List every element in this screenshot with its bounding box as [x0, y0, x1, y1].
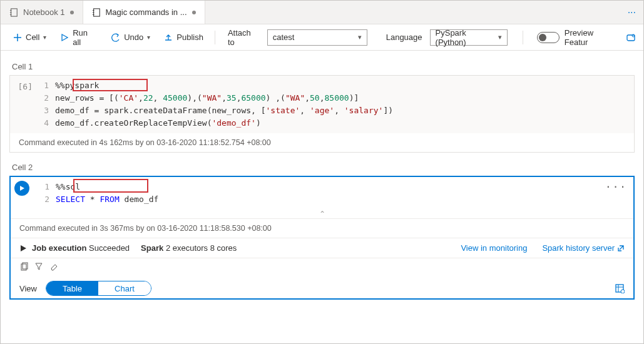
dirty-indicator-icon [70, 11, 74, 14]
feature-icon [626, 33, 636, 43]
cell-1-editor[interactable]: [6] 1234 %%pyspark new_rows = [('CA',22,… [10, 76, 634, 133]
undo-button[interactable]: Undo ▾ [106, 30, 155, 44]
cell-1-status: Command executed in 4s 162ms by on 03-16… [10, 133, 634, 152]
exec-count: [6] [10, 79, 38, 129]
notebook-icon [9, 8, 18, 17]
job-prefix: Job execution [32, 243, 86, 253]
view-table-button[interactable]: Table [46, 281, 98, 295]
tab-label: Magic commands in ... [106, 8, 187, 17]
toolbar: Cell ▾ Run all Undo ▾ Publish Attach to … [1, 24, 643, 51]
language-label: Language [386, 33, 422, 42]
code-lines: %%sql SELECT * FROM demo_df [56, 181, 633, 206]
spark-prefix: Spark [141, 243, 163, 253]
view-monitoring-link[interactable]: View in monitoring [461, 243, 527, 253]
separator [523, 31, 523, 44]
chevron-down-icon: ▾ [358, 33, 362, 41]
plus-icon [13, 33, 22, 42]
filter-icon[interactable] [34, 262, 43, 271]
select-value: catest [273, 33, 295, 42]
code-lines: %%pyspark new_rows = [('CA',22, 45000),(… [55, 79, 634, 129]
preview-toggle[interactable] [537, 32, 560, 43]
attach-to-label: Attach to [228, 28, 260, 47]
publish-icon [164, 33, 173, 42]
play-icon [19, 185, 25, 191]
cell-button[interactable]: Cell ▾ [8, 30, 51, 44]
view-chart-button[interactable]: Chart [98, 281, 151, 295]
chevron-down-icon: ▾ [498, 33, 502, 41]
play-filled-icon[interactable] [19, 245, 27, 252]
svg-marker-14 [21, 245, 26, 251]
table-settings-icon[interactable] [615, 283, 625, 293]
svg-marker-10 [62, 34, 68, 41]
button-label: Cell [26, 33, 39, 42]
button-label: Undo [124, 33, 143, 42]
svg-rect-4 [93, 8, 100, 16]
dirty-indicator-icon [192, 11, 196, 14]
chevron-down-icon: ▾ [147, 34, 150, 41]
cell-2: ··· 12 %%sql SELECT * FROM demo_df ⌃ Com… [9, 176, 635, 300]
job-status: Succeeded [89, 243, 130, 253]
view-segmented: Table Chart [46, 281, 151, 296]
button-label: Run all [73, 28, 98, 47]
line-gutter: 12 [38, 181, 56, 206]
cell-2-status: Command executed in 3s 367ms by on 03-16… [11, 218, 633, 238]
tab-label: Notebook 1 [23, 8, 65, 17]
svg-rect-0 [11, 8, 18, 16]
view-row: View Table Chart [11, 275, 633, 298]
spark-history-link[interactable]: Spark history server [542, 243, 625, 253]
play-icon [60, 33, 69, 42]
attach-to-select[interactable]: catest ▾ [267, 29, 367, 46]
job-row: Job execution Succeeded Spark 2 executor… [11, 238, 633, 258]
svg-marker-13 [20, 186, 24, 191]
spark-detail: 2 executors 8 cores [166, 243, 237, 253]
language-select[interactable]: PySpark (Python) ▾ [430, 29, 508, 46]
svg-rect-11 [627, 35, 635, 41]
output-tools [11, 258, 633, 275]
view-label: View [19, 284, 37, 293]
preview-label: Preview Featur [565, 28, 618, 47]
line-gutter: 1234 [38, 79, 55, 129]
cell-1-label: Cell 1 [12, 62, 635, 71]
undo-icon [111, 33, 120, 42]
separator [215, 31, 215, 44]
cell-1: [6] 1234 %%pyspark new_rows = [('CA',22,… [9, 75, 635, 153]
tabs-overflow-button[interactable]: ··· [620, 7, 643, 18]
cell-more-button[interactable]: ··· [605, 181, 627, 193]
copy-icon[interactable] [19, 262, 28, 271]
notebook-tabs: Notebook 1 Magic commands in ... ··· [1, 1, 643, 24]
notebook-icon [92, 8, 101, 17]
workspace: Cell 1 [6] 1234 %%pyspark new_rows = [('… [1, 51, 643, 343]
cell-2-label: Cell 2 [12, 163, 635, 172]
select-value: PySpark (Python) [436, 28, 499, 47]
eraser-icon[interactable] [49, 262, 58, 271]
cell-2-editor[interactable]: ··· 12 %%sql SELECT * FROM demo_df [11, 177, 633, 210]
button-label: Publish [176, 33, 203, 42]
runall-button[interactable]: Run all [55, 26, 103, 49]
chevron-down-icon: ▾ [43, 34, 46, 41]
tab-magic-commands[interactable]: Magic commands in ... [83, 1, 205, 24]
run-cell-button[interactable] [14, 181, 29, 196]
tab-notebook-1[interactable]: Notebook 1 [1, 1, 83, 24]
publish-button[interactable]: Publish [159, 30, 208, 44]
external-link-icon [617, 245, 625, 252]
svg-point-20 [621, 290, 625, 293]
collapse-output-button[interactable]: ⌃ [11, 210, 633, 218]
